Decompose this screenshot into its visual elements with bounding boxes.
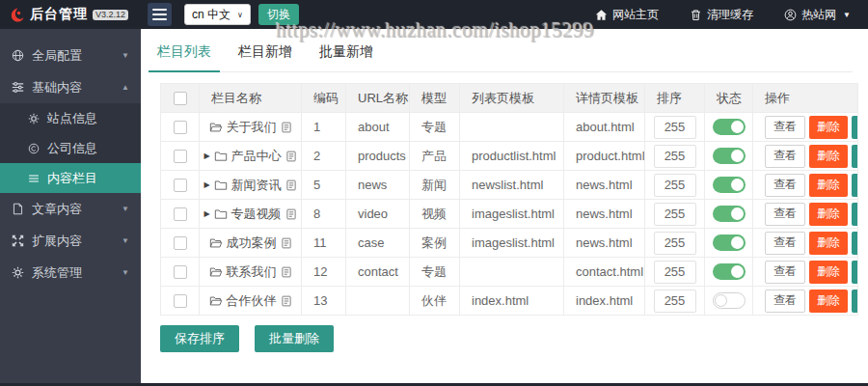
edit-button[interactable]: 修改	[852, 261, 858, 284]
doc-edit-icon[interactable]	[281, 122, 292, 133]
sidebar-toggle-button[interactable]	[148, 3, 172, 26]
row-checkbox[interactable]	[174, 207, 187, 221]
view-button[interactable]: 查看	[765, 174, 805, 197]
doc-edit-icon[interactable]	[281, 266, 292, 278]
view-button[interactable]: 查看	[765, 290, 805, 313]
sidebar-item-0[interactable]: 全局配置▼	[0, 40, 141, 71]
url-name-cell: contact	[346, 258, 410, 287]
caret-right-icon[interactable]: ▶	[203, 180, 209, 189]
sort-input[interactable]	[654, 261, 696, 284]
doc-edit-icon[interactable]	[281, 237, 292, 249]
doc-edit-icon[interactable]	[285, 151, 297, 162]
tab-1[interactable]: 栏目新增	[237, 43, 293, 71]
delete-button[interactable]: 删除	[809, 174, 848, 197]
sort-cell	[645, 113, 705, 142]
view-button[interactable]: 查看	[765, 261, 805, 284]
operations: 查看删除修改	[765, 261, 857, 284]
status-cell	[705, 200, 753, 229]
nav-link-0[interactable]: 网站主页	[595, 7, 659, 23]
tab-2[interactable]: 批量新增	[318, 43, 374, 71]
column-name: 联系我们	[200, 263, 301, 281]
edit-button[interactable]: 修改	[852, 232, 858, 255]
save-sort-button[interactable]: 保存排序	[160, 325, 239, 352]
sidebar-subitem-1-1[interactable]: 公司信息	[0, 133, 141, 163]
view-button[interactable]: 查看	[765, 145, 805, 168]
status-toggle[interactable]	[713, 234, 746, 251]
column-header-8: 操作	[753, 84, 858, 113]
sort-input[interactable]	[654, 145, 696, 168]
operations-cell: 查看删除修改	[753, 229, 858, 258]
delete-button[interactable]: 删除	[809, 232, 848, 255]
operations-cell: 查看删除修改	[753, 113, 858, 142]
doc-edit-icon[interactable]	[285, 208, 297, 220]
caret-right-icon[interactable]: ▶	[203, 152, 209, 160]
sort-input[interactable]	[654, 232, 696, 255]
select-all-checkbox[interactable]	[174, 92, 187, 105]
column-name-label: 专题视频	[231, 206, 282, 223]
code-cell: 13	[302, 287, 346, 316]
sort-cell	[645, 200, 705, 229]
status-toggle[interactable]	[713, 292, 746, 309]
edit-button[interactable]: 修改	[852, 145, 858, 168]
sidebar-subitem-label: 内容栏目	[47, 170, 97, 187]
sidebar-subitem-1-2[interactable]: 内容栏目	[0, 163, 141, 193]
edit-button[interactable]: 修改	[852, 116, 858, 139]
caret-right-icon[interactable]: ▶	[203, 209, 209, 218]
delete-button[interactable]: 删除	[809, 290, 848, 313]
nav-link-1[interactable]: 清理缓存	[690, 7, 753, 23]
status-toggle[interactable]	[713, 148, 746, 164]
column-name-cell: ▶产品中心	[200, 142, 302, 171]
detail-template-cell: contact.html	[564, 258, 645, 287]
sidebar-item-3[interactable]: 扩展内容▼	[0, 225, 141, 257]
row-checkbox[interactable]	[174, 150, 187, 163]
batch-delete-button[interactable]: 批量删除	[255, 325, 334, 352]
sort-input[interactable]	[654, 116, 696, 139]
delete-button[interactable]: 删除	[809, 145, 848, 168]
nav-link-2[interactable]: 热站网▼	[784, 7, 851, 23]
status-cell	[705, 229, 753, 258]
language-switch-button[interactable]: 切换	[258, 4, 299, 25]
user-icon	[784, 9, 797, 21]
sort-input[interactable]	[654, 174, 696, 197]
edit-button[interactable]: 修改	[852, 203, 858, 226]
column-name-label: 合作伙伴	[227, 292, 277, 310]
sidebar-item-4[interactable]: 系统管理▼	[0, 257, 141, 289]
sidebar-item-label: 扩展内容	[32, 233, 114, 250]
sidebar-item-1[interactable]: 基础内容▲	[0, 71, 141, 103]
row-checkbox[interactable]	[174, 294, 187, 308]
row-checkbox[interactable]	[174, 121, 187, 134]
status-toggle[interactable]	[713, 119, 746, 135]
row-checkbox[interactable]	[174, 265, 187, 279]
toggle-knob	[731, 150, 744, 162]
edit-button[interactable]: 修改	[852, 174, 858, 197]
sort-input[interactable]	[654, 290, 696, 313]
column-name-cell: ▶专题视频	[200, 200, 302, 229]
edit-button[interactable]: 修改	[852, 290, 858, 313]
status-cell	[705, 171, 753, 200]
doc-edit-icon[interactable]	[281, 295, 292, 307]
view-button[interactable]: 查看	[765, 203, 805, 226]
tab-0[interactable]: 栏目列表	[156, 43, 212, 71]
status-toggle[interactable]	[713, 177, 746, 193]
folder-closed-icon	[214, 207, 228, 221]
status-toggle[interactable]	[713, 263, 746, 280]
column-name-label: 关于我们	[227, 119, 277, 136]
row-checkbox[interactable]	[174, 236, 187, 250]
sort-input[interactable]	[654, 203, 696, 226]
delete-button[interactable]: 删除	[809, 116, 848, 139]
row-checkbox[interactable]	[174, 179, 187, 192]
status-toggle[interactable]	[713, 206, 746, 222]
column-header-7: 状态	[705, 84, 753, 113]
sidebar-subitem-1-0[interactable]: 站点信息	[0, 103, 141, 133]
operations: 查看删除修改	[765, 232, 857, 255]
delete-button[interactable]: 删除	[809, 203, 848, 226]
view-button[interactable]: 查看	[765, 116, 805, 139]
language-select[interactable]: cn 中文 ∨	[184, 4, 251, 25]
view-button[interactable]: 查看	[765, 232, 805, 255]
sidebar-item-2[interactable]: 文章内容▼	[0, 193, 141, 225]
chevron-down-icon: ▼	[122, 268, 129, 277]
delete-button[interactable]: 删除	[809, 261, 848, 284]
doc-edit-icon[interactable]	[285, 179, 297, 191]
column-name-label: 联系我们	[227, 263, 277, 281]
toggle-knob	[731, 236, 744, 249]
